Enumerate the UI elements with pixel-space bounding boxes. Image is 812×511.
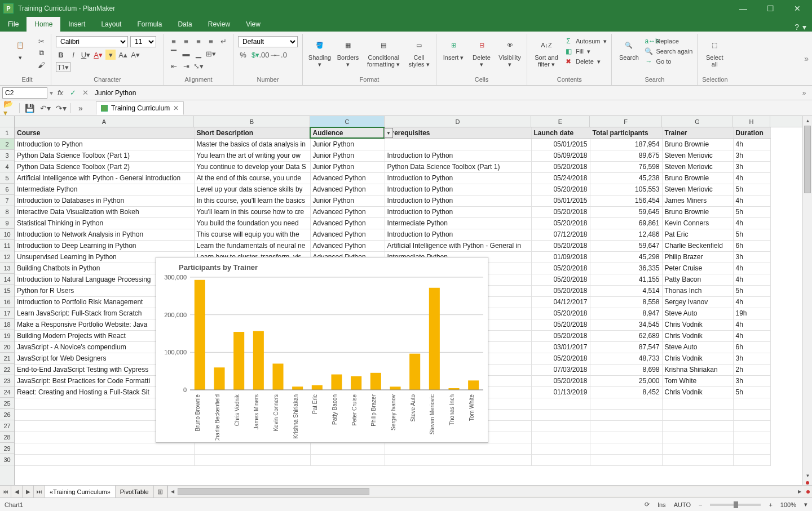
align-justify-button[interactable]: ≡	[206, 36, 216, 46]
cell[interactable]: 4h	[733, 172, 770, 184]
formula-input[interactable]	[92, 87, 796, 99]
menu-tab-layout[interactable]: Layout	[93, 17, 129, 32]
format-painter-icon[interactable]: 🖌	[36, 60, 46, 70]
replace-button[interactable]: a↔bReplace	[645, 37, 692, 45]
cell[interactable]: 4h	[733, 195, 770, 206]
cell[interactable]: 4h	[733, 263, 770, 274]
percent-button[interactable]: %	[238, 50, 248, 60]
cell[interactable]: Interactive Data Visualization with Boke…	[15, 206, 194, 217]
cell[interactable]	[733, 420, 770, 432]
embedded-chart[interactable]: Participants by Trainer 0100,000200,0003…	[156, 257, 488, 443]
row-header[interactable]: 17	[0, 308, 14, 319]
increase-font-button[interactable]: A▴	[118, 50, 128, 60]
cell[interactable]	[590, 432, 662, 443]
cell[interactable]: Artificial Intelligence with Python - Ge…	[15, 172, 194, 184]
cell[interactable]: 8,698	[590, 364, 662, 375]
cell[interactable]: 156,454	[590, 195, 662, 206]
accept-icon[interactable]: ✓	[68, 88, 78, 98]
cell[interactable]: Sergey Ivanov	[662, 296, 733, 308]
column-headers[interactable]: ABCDEFGH	[15, 116, 802, 127]
scroll-down-icon[interactable]: ▼	[803, 471, 812, 481]
column-header[interactable]: F	[590, 116, 662, 127]
row-header[interactable]: 13	[0, 263, 14, 274]
cell[interactable]: 36,335	[590, 263, 662, 274]
row-header[interactable]: 8	[0, 206, 14, 217]
row-headers[interactable]: 1234567891011121314151617181920212223242…	[0, 116, 15, 485]
cell[interactable]: 05/20/2018	[531, 161, 590, 172]
function-wizard-icon[interactable]: fx	[55, 88, 65, 98]
cell[interactable]: 6h	[733, 240, 770, 251]
cell[interactable]: 4h	[733, 217, 770, 229]
cell[interactable]: In this course, you'll learn the basics	[194, 195, 310, 206]
valign-top-button[interactable]: ▔	[169, 48, 179, 59]
expand-formula-icon[interactable]: »	[798, 89, 810, 97]
cell[interactable]: 4h	[733, 330, 770, 341]
column-header[interactable]: C	[310, 116, 385, 127]
fill-button[interactable]: ◧Fill ▾	[564, 47, 607, 55]
cell[interactable]: Advanced Python	[310, 172, 385, 184]
orientation-button[interactable]: ⤡▾	[193, 61, 204, 71]
cell[interactable]: 41,155	[590, 274, 662, 285]
cell[interactable]: 3h	[733, 375, 770, 386]
cell[interactable]: Introduction to Python	[15, 139, 194, 150]
decrease-font-button[interactable]: A▾	[130, 50, 140, 60]
cell[interactable]: 19h	[733, 308, 770, 319]
cut-icon[interactable]: ✂	[36, 36, 46, 46]
cell[interactable]: Introduction to Python	[385, 229, 531, 240]
borders-button[interactable]: ▦Borders ▾	[336, 36, 360, 69]
cell[interactable]: Junior Python	[310, 139, 385, 150]
bold-button[interactable]: B	[56, 50, 66, 60]
char-style-button[interactable]: T1▾	[56, 62, 70, 72]
cell[interactable]	[662, 398, 733, 409]
cell[interactable]: Thonas Inch	[662, 285, 733, 296]
cell[interactable]: 45,238	[590, 172, 662, 184]
cell-dropdown-button[interactable]: ▼	[384, 128, 393, 138]
table-header-cell[interactable]: Audience	[310, 127, 385, 139]
cell[interactable]: Kevin Conners	[662, 217, 733, 229]
row-header[interactable]: 26	[0, 409, 14, 420]
row-header[interactable]: 12	[0, 251, 14, 263]
row-header[interactable]: 21	[0, 353, 14, 364]
row-header[interactable]: 23	[0, 375, 14, 386]
cell[interactable]: 05/24/2018	[531, 172, 590, 184]
cell[interactable]	[590, 420, 662, 432]
cell[interactable]: 05/20/2018	[531, 308, 590, 319]
cell[interactable]: 8,452	[590, 386, 662, 398]
paste-button[interactable]: 📋 ▾	[8, 36, 33, 62]
row-header[interactable]: 10	[0, 229, 14, 240]
cell[interactable]: Tom White	[662, 375, 733, 386]
font-size-select[interactable]: 11	[130, 36, 156, 47]
row-header[interactable]: 6	[0, 184, 14, 195]
maximize-button[interactable]: ☐	[759, 0, 782, 17]
row-header[interactable]: 9	[0, 217, 14, 229]
menu-tab-view[interactable]: View	[238, 17, 268, 32]
search-again-button[interactable]: 🔍Search again	[645, 47, 692, 55]
cell[interactable]	[662, 454, 733, 465]
cell[interactable]: Python Data Science Toolbox (Part 1)	[385, 161, 531, 172]
cell[interactable]	[531, 432, 590, 443]
cell[interactable]: 4h	[733, 139, 770, 150]
cell[interactable]: Steven Meriovic	[662, 150, 733, 161]
table-header-cell[interactable]: Prerequisites	[385, 127, 531, 139]
menu-tab-insert[interactable]: Insert	[60, 17, 93, 32]
column-header[interactable]: E	[531, 116, 590, 127]
sheet-nav-next-icon[interactable]: ▶	[23, 486, 34, 497]
menu-tab-formula[interactable]: Formula	[129, 17, 170, 32]
sheet-nav-prev-icon[interactable]: ◀	[11, 486, 23, 497]
vscroll-thumb[interactable]	[804, 126, 811, 193]
cell[interactable]	[662, 432, 733, 443]
cell[interactable]	[733, 409, 770, 420]
undo-icon[interactable]: ↶▾	[39, 102, 51, 114]
cell[interactable]: Introduction to Python	[385, 172, 531, 184]
cell[interactable]: 05/20/2018	[531, 184, 590, 195]
cell[interactable]: 05/01/2015	[531, 139, 590, 150]
column-header[interactable]: G	[662, 116, 733, 127]
cell[interactable]: Python Data Science Toolbox (Part 1)	[15, 150, 194, 161]
cell[interactable]: Advanced Python	[310, 217, 385, 229]
cell[interactable]: 59,647	[590, 240, 662, 251]
shading-button[interactable]: 🪣Shading ▾	[307, 36, 332, 69]
row-header[interactable]: 4	[0, 161, 14, 172]
cell[interactable]: Steven Meriovic	[662, 161, 733, 172]
valign-bot-button[interactable]: ▁	[193, 48, 204, 59]
cell[interactable]: 62,689	[590, 330, 662, 341]
